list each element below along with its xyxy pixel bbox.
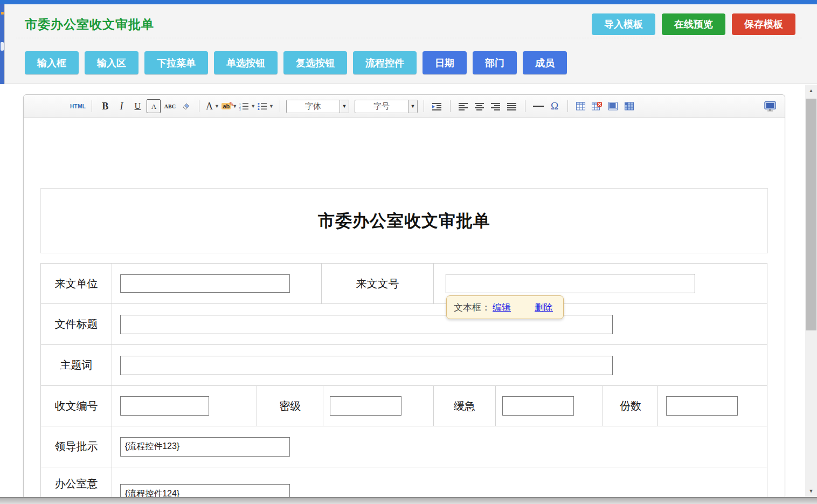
- table-row: 文件标题: [41, 304, 767, 345]
- vertical-scrollbar[interactable]: ▲ ▼: [805, 85, 817, 497]
- toolbar-separator: [567, 100, 568, 112]
- toolbar-separator: [92, 100, 92, 112]
- delete-field-link[interactable]: 删除: [535, 301, 553, 314]
- template-editor-header: 市委办公室收文审批单 导入模板 在线预览 保存模板 输入框 输入区 下拉菜单 单…: [4, 4, 817, 84]
- laiwen-wenhao-input[interactable]: [446, 274, 695, 293]
- cell-wenjian-biaoti: [112, 304, 767, 344]
- lingdao-pishi-input[interactable]: [120, 437, 290, 457]
- font-color-icon[interactable]: A▼: [205, 99, 219, 113]
- highlight-color-icon[interactable]: ab✎▼: [221, 99, 237, 113]
- tooltip-field-type: 文本框：: [454, 301, 490, 314]
- dropdown-caret-icon: ▼: [251, 103, 255, 109]
- label-bangongshi-yijian: 办公室意: [41, 467, 112, 497]
- edit-field-link[interactable]: 编辑: [493, 301, 511, 314]
- zhutici-input[interactable]: [120, 356, 613, 375]
- indent-icon[interactable]: [430, 99, 444, 113]
- scrollbar-thumb[interactable]: [806, 99, 816, 330]
- label-wenjian-biaoti: 文件标题: [41, 304, 112, 344]
- italic-icon[interactable]: I: [114, 99, 128, 113]
- add-flow-control-button[interactable]: 流程控件: [353, 51, 417, 74]
- editor-toolbar: HTML B I U A ABC A▼ ab✎▼ 1 2 3 ▼: [24, 95, 785, 118]
- header-actions: 导入模板 在线预览 保存模板: [592, 13, 795, 35]
- add-department-button[interactable]: 部门: [473, 51, 517, 74]
- save-template-button[interactable]: 保存模板: [732, 13, 795, 35]
- horizontal-rule-icon[interactable]: [531, 99, 545, 113]
- label-miji: 密级: [257, 386, 323, 426]
- cell-shouwen-bianhao: [112, 386, 258, 426]
- ordered-list-icon[interactable]: 1 2 3 ▼: [239, 99, 255, 113]
- form-table: 来文单位 来文文号 文件标题: [40, 263, 767, 497]
- toolbar-separator: [280, 100, 280, 112]
- svg-text:3: 3: [239, 108, 241, 111]
- shouwen-bianhao-input[interactable]: [120, 396, 209, 416]
- delete-table-icon[interactable]: [590, 99, 604, 113]
- miji-input[interactable]: [330, 396, 401, 416]
- insert-table-icon[interactable]: [574, 99, 588, 113]
- editor-scroll-area: HTML B I U A ABC A▼ ab✎▼ 1 2 3 ▼: [4, 84, 805, 497]
- bangongshi-yijian-input[interactable]: [120, 484, 290, 497]
- underline-icon[interactable]: U: [130, 99, 144, 113]
- label-fenshu: 份数: [603, 386, 658, 426]
- align-right-icon[interactable]: [489, 99, 503, 113]
- bold-icon[interactable]: B: [98, 99, 112, 113]
- cell-laiwen-danwei: [112, 264, 322, 303]
- cell-fenshu: [658, 386, 767, 426]
- scroll-down-arrow-icon[interactable]: ▼: [805, 486, 817, 496]
- font-size-select[interactable]: 字号 ▼: [355, 100, 418, 113]
- document-title: 市委办公室收文审批单: [318, 210, 490, 232]
- add-date-button[interactable]: 日期: [423, 51, 467, 74]
- add-member-button[interactable]: 成员: [523, 51, 567, 74]
- eraser-icon[interactable]: [179, 99, 193, 113]
- label-laiwen-wenhao: 来文文号: [322, 264, 434, 303]
- font-family-select[interactable]: 字体 ▼: [286, 100, 349, 113]
- align-left-icon[interactable]: [456, 99, 470, 113]
- dropdown-caret-icon: ▼: [340, 100, 349, 113]
- window-top-bar: [0, 0, 817, 4]
- dropdown-caret-icon: ▼: [214, 103, 219, 109]
- window-bottom-bar: [0, 497, 817, 504]
- background-icon-speck: [1, 12, 4, 15]
- add-radio-button[interactable]: 单选按钮: [214, 51, 278, 74]
- align-center-icon[interactable]: [473, 99, 487, 113]
- rich-text-editor: HTML B I U A ABC A▼ ab✎▼ 1 2 3 ▼: [23, 94, 785, 497]
- html-source-icon[interactable]: HTML: [70, 99, 86, 113]
- scroll-up-arrow-icon[interactable]: ▲: [805, 86, 817, 95]
- cell-miji: [323, 386, 434, 426]
- add-input-box-button[interactable]: 输入框: [25, 51, 79, 74]
- dropdown-caret-icon: ▼: [408, 100, 417, 113]
- fenshu-input[interactable]: [666, 396, 738, 416]
- header-divider: [16, 38, 802, 38]
- pencil-icon: ✎: [229, 101, 234, 108]
- huanji-input[interactable]: [502, 396, 574, 416]
- field-context-tooltip: 文本框： 编辑 删除: [446, 295, 564, 319]
- toolbar-separator: [450, 100, 451, 112]
- label-huanji: 缓急: [434, 386, 496, 426]
- strikethrough-icon[interactable]: ABC: [163, 99, 177, 113]
- cell-properties-icon[interactable]: [622, 99, 636, 113]
- special-char-icon[interactable]: Ω: [548, 99, 562, 113]
- add-textarea-button[interactable]: 输入区: [85, 51, 139, 74]
- background-page-sliver: [0, 4, 4, 84]
- online-preview-button[interactable]: 在线预览: [662, 13, 725, 35]
- fullscreen-icon[interactable]: [763, 99, 777, 113]
- page-title: 市委办公室收文审批单: [25, 16, 154, 33]
- table-row: 收文编号 密级 缓急 份数: [41, 386, 767, 426]
- unordered-list-icon[interactable]: ▼: [258, 99, 274, 113]
- align-justify-icon[interactable]: [505, 99, 519, 113]
- import-template-button[interactable]: 导入模板: [592, 13, 655, 35]
- cell-huanji: [496, 386, 604, 426]
- laiwen-danwei-input[interactable]: [120, 274, 290, 293]
- toolbar-separator: [525, 100, 525, 112]
- background-icon-speck: [1, 42, 4, 51]
- table-properties-icon[interactable]: [606, 99, 620, 113]
- font-style-icon[interactable]: A: [147, 99, 161, 113]
- cell-lingdao-pishi: [112, 426, 767, 467]
- label-zhutici: 主题词: [41, 345, 112, 385]
- table-row: 主题词: [41, 345, 767, 386]
- add-checkbox-button[interactable]: 复选按钮: [283, 51, 347, 74]
- document-title-block[interactable]: 市委办公室收文审批单: [40, 188, 768, 253]
- table-row: 来文单位 来文文号: [41, 264, 767, 304]
- add-dropdown-button[interactable]: 下拉菜单: [144, 51, 208, 74]
- editor-document[interactable]: 市委办公室收文审批单 来文单位 来文文号 文件标题: [24, 118, 785, 497]
- toolbar-separator: [424, 100, 424, 112]
